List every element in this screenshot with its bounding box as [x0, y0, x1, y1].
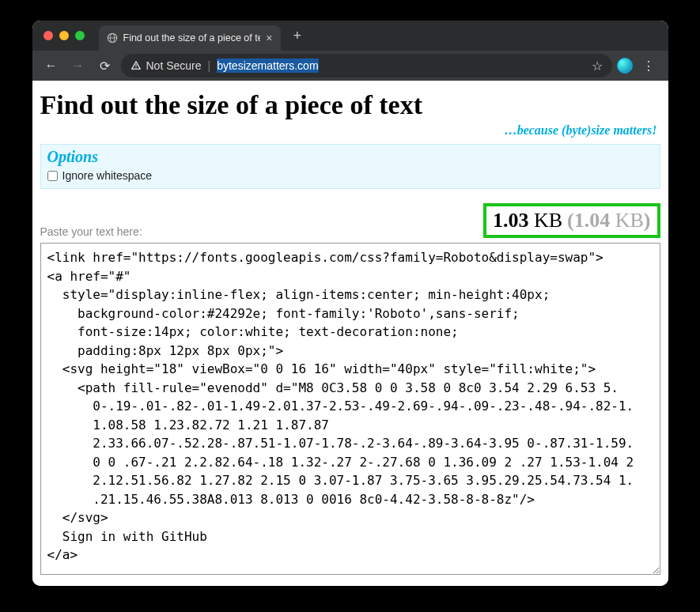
- back-button[interactable]: ←: [40, 55, 62, 77]
- paste-label: Paste your text here:: [40, 225, 142, 238]
- tagline: …because (byte)size matters!: [37, 123, 664, 142]
- size-alt-unit: KB: [615, 209, 644, 232]
- ignore-whitespace-option[interactable]: Ignore whitespace: [47, 169, 653, 182]
- bookmark-star-icon[interactable]: ☆: [592, 59, 603, 74]
- close-window-button[interactable]: [44, 31, 53, 40]
- security-indicator[interactable]: Not Secure: [131, 59, 202, 72]
- reload-button[interactable]: ⟳: [94, 55, 116, 77]
- close-tab-button[interactable]: ×: [266, 32, 272, 43]
- menu-button[interactable]: ⋮: [638, 59, 660, 74]
- address-bar[interactable]: Not Secure | bytesizematters.com ☆: [121, 54, 612, 77]
- page-content: Find out the size of a piece of text …be…: [32, 81, 668, 586]
- security-label: Not Secure: [146, 59, 202, 72]
- size-unit: KB: [534, 209, 562, 232]
- options-panel: Options Ignore whitespace: [40, 144, 660, 189]
- options-heading: Options: [47, 148, 653, 166]
- minimize-window-button[interactable]: [59, 31, 69, 40]
- size-value: 1.03: [493, 209, 529, 232]
- text-input[interactable]: [40, 243, 660, 575]
- new-tab-button[interactable]: +: [287, 28, 308, 44]
- forward-button[interactable]: →: [67, 55, 89, 77]
- maximize-window-button[interactable]: [75, 31, 85, 40]
- size-badge: 1.03 KB (1.04 KB): [483, 203, 660, 238]
- toolbar: ← → ⟳ Not Secure | bytesizematters.com ☆…: [32, 51, 668, 81]
- tab-title: Find out the size of a piece of tex: [123, 32, 261, 43]
- browser-tab[interactable]: Find out the size of a piece of tex ×: [99, 25, 281, 51]
- warning-icon: [131, 60, 142, 71]
- ignore-whitespace-label: Ignore whitespace: [62, 169, 153, 182]
- ignore-whitespace-checkbox[interactable]: [47, 171, 58, 181]
- globe-icon: [107, 32, 118, 43]
- svg-rect-3: [135, 64, 136, 66]
- size-alt-value: 1.04: [574, 209, 611, 232]
- profile-avatar[interactable]: [617, 58, 633, 74]
- svg-rect-4: [135, 67, 136, 68]
- titlebar: Find out the size of a piece of tex × +: [32, 21, 668, 51]
- browser-window: Find out the size of a piece of tex × + …: [32, 21, 668, 586]
- url-text: bytesizematters.com: [217, 59, 318, 72]
- page-title: Find out the size of a piece of text: [37, 90, 664, 123]
- window-controls: [44, 31, 85, 40]
